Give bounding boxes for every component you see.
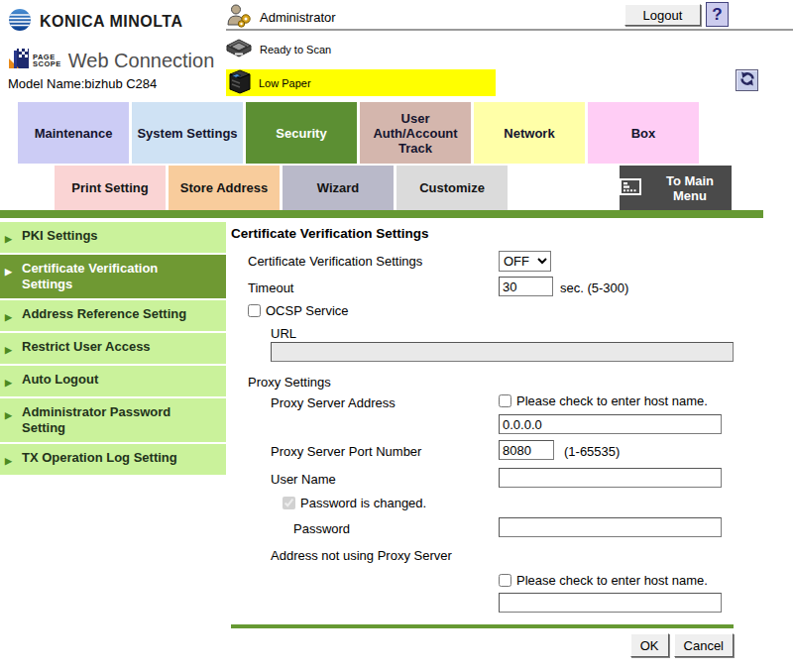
printer-icon [228, 69, 252, 96]
konica-minolta-globe-icon [8, 8, 32, 36]
proxy-port-label: Proxy Server Port Number [271, 444, 421, 459]
main-menu-label: To Main Menu [648, 173, 732, 203]
sidebar-item-administrator-password-setting[interactable]: ▶ Administrator Password Setting [0, 398, 226, 442]
proxy-server-address-label: Proxy Server Address [271, 395, 396, 410]
no-proxy-host-name-row: Please check to enter host name. [499, 573, 708, 588]
ocsp-service-checkbox[interactable] [248, 304, 261, 317]
pagescope-wordmark: PAGE SCOPE [33, 54, 61, 68]
url-input[interactable] [271, 342, 734, 362]
to-main-menu-button[interactable]: To Main Menu [620, 166, 732, 210]
tab-store-address[interactable]: Store Address [169, 166, 280, 210]
product-name: Web Connection [68, 50, 215, 72]
header-divider [226, 29, 793, 31]
logout-button[interactable]: Logout [624, 4, 701, 26]
sidebar-item-restrict-user-access[interactable]: ▶ Restrict User Access [0, 333, 226, 364]
sub-tab-bar: Print Setting Store Address Wizard Custo… [55, 166, 508, 210]
triangle-arrow-icon: ▶ [5, 306, 17, 325]
proxy-host-name-row: Please check to enter host name. [499, 393, 708, 408]
ocsp-service-label: OCSP Service [266, 303, 349, 318]
password-input[interactable] [499, 517, 722, 537]
triangle-arrow-icon: ▶ [5, 228, 17, 247]
proxy-port-hint: (1-65535) [564, 444, 620, 459]
tab-security[interactable]: Security [246, 102, 357, 164]
proxy-server-address-input[interactable] [499, 414, 722, 434]
timeout-label: Timeout [248, 280, 293, 295]
footer-buttons: OK Cancel [630, 633, 734, 657]
brand-name: KONICA MINOLTA [40, 13, 182, 31]
scanner-icon [226, 39, 253, 59]
footer-divider [231, 624, 734, 628]
tab-user-auth-account-track[interactable]: User Auth/Account Track [360, 102, 471, 164]
main-menu-icon [620, 178, 641, 198]
proxy-settings-label: Proxy Settings [248, 375, 331, 390]
administrator-icon [226, 3, 253, 31]
sidebar-item-address-reference-setting[interactable]: ▶ Address Reference Setting [0, 300, 226, 331]
logged-in-user: Administrator [226, 3, 336, 31]
proxy-port-input[interactable] [499, 440, 554, 460]
refresh-button[interactable] [736, 69, 758, 91]
model-name: Model Name:bizhub C284 [8, 76, 214, 91]
user-name-input[interactable] [499, 468, 722, 488]
scanner-status-label: Ready to Scan [260, 44, 331, 56]
sidebar-item-auto-logout[interactable]: ▶ Auto Logout [0, 366, 226, 396]
tab-wizard[interactable]: Wizard [283, 166, 394, 210]
ocsp-service-row: OCSP Service [248, 303, 349, 318]
refresh-icon [739, 71, 755, 90]
page-title: Certificate Verification Settings [231, 226, 429, 241]
printer-status-warning: Low Paper [226, 69, 496, 96]
printer-status-label: Low Paper [259, 77, 311, 89]
proxy-host-name-label: Please check to enter host name. [516, 393, 708, 408]
settings-sidebar: ▶ PKI Settings ▶ Certificate Verificatio… [0, 222, 226, 477]
cert-verification-label: Certificate Verification Settings [248, 254, 422, 269]
tab-print-setting[interactable]: Print Setting [55, 166, 166, 210]
password-changed-row: Password is changed. [283, 496, 426, 510]
sidebar-item-pki-settings[interactable]: ▶ PKI Settings [0, 222, 226, 253]
password-label: Password [293, 521, 350, 536]
cert-verification-select[interactable]: OFF [499, 251, 551, 272]
user-name-label: Administrator [260, 10, 336, 25]
proxy-host-name-checkbox[interactable] [499, 394, 511, 407]
timeout-hint: sec. (5-300) [560, 280, 628, 295]
triangle-arrow-icon: ▶ [5, 339, 17, 358]
triangle-arrow-icon: ▶ [5, 404, 17, 436]
no-proxy-address-input[interactable] [499, 593, 722, 613]
cancel-button[interactable]: Cancel [674, 633, 734, 657]
password-changed-label: Password is changed. [300, 496, 426, 510]
no-proxy-address-label: Address not using Proxy Server [271, 548, 452, 563]
triangle-arrow-icon: ▶ [5, 450, 17, 469]
pagescope-web-connection-app: KONICA MINOLTA PAGE SCOPE Web Connection… [0, 0, 793, 672]
certificate-verification-settings-panel: Certificate Verification Settings Certif… [231, 224, 734, 665]
password-changed-checkbox[interactable] [283, 497, 295, 509]
tab-network[interactable]: Network [474, 102, 585, 164]
triangle-arrow-icon: ▶ [5, 261, 17, 292]
timeout-input[interactable] [499, 277, 553, 296]
sidebar-item-tx-operation-log-setting[interactable]: ▶ TX Operation Log Setting [0, 444, 226, 475]
tab-box[interactable]: Box [588, 102, 699, 164]
main-tab-bar: Maintenance System Settings Security Use… [18, 102, 699, 164]
help-button[interactable]: ? [706, 2, 729, 27]
green-separator-bar [0, 210, 763, 218]
tab-system-settings[interactable]: System Settings [132, 102, 243, 164]
triangle-arrow-icon: ▶ [5, 372, 17, 391]
ok-button[interactable]: OK [630, 633, 669, 657]
sidebar-item-certificate-verification-settings[interactable]: ▶ Certificate Verification Settings [0, 255, 226, 298]
tab-maintenance[interactable]: Maintenance [18, 102, 129, 164]
tab-customize[interactable]: Customize [396, 166, 508, 210]
scanner-status: Ready to Scan [226, 39, 331, 59]
url-label: URL [271, 326, 296, 341]
user-name-label: User Name [271, 472, 336, 487]
pagescope-icon [8, 48, 30, 73]
no-proxy-host-name-checkbox[interactable] [499, 574, 511, 587]
brand-block: KONICA MINOLTA PAGE SCOPE Web Connection… [8, 8, 214, 91]
no-proxy-host-name-label: Please check to enter host name. [516, 573, 708, 588]
